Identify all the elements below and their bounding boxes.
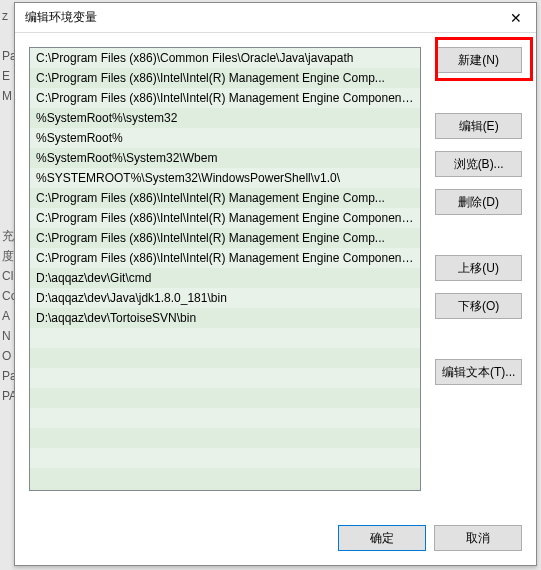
list-item[interactable]: %SystemRoot% (30, 128, 420, 148)
list-item[interactable]: D:\aqqaz\dev\Java\jdk1.8.0_181\bin (30, 288, 420, 308)
side-buttons: 新建(N) 编辑(E) 浏览(B)... 删除(D) 上移(U) 下移(O) 编… (435, 47, 522, 511)
browse-button[interactable]: 浏览(B)... (435, 151, 522, 177)
list-item[interactable]: C:\Program Files (x86)\Intel\Intel(R) Ma… (30, 68, 420, 88)
list-item-empty[interactable] (30, 388, 420, 408)
dialog-content: C:\Program Files (x86)\Common Files\Orac… (15, 33, 536, 565)
list-item[interactable]: C:\Program Files (x86)\Intel\Intel(R) Ma… (30, 208, 420, 228)
list-item[interactable]: C:\Program Files (x86)\Intel\Intel(R) Ma… (30, 188, 420, 208)
list-item[interactable]: C:\Program Files (x86)\Intel\Intel(R) Ma… (30, 248, 420, 268)
edit-text-button[interactable]: 编辑文本(T)... (435, 359, 522, 385)
close-button[interactable]: ✕ (496, 3, 536, 33)
list-item-empty[interactable] (30, 448, 420, 468)
new-button[interactable]: 新建(N) (435, 47, 522, 73)
list-item-empty[interactable] (30, 328, 420, 348)
list-item-empty[interactable] (30, 428, 420, 448)
move-up-button[interactable]: 上移(U) (435, 255, 522, 281)
list-item[interactable]: %SYSTEMROOT%\System32\WindowsPowerShell\… (30, 168, 420, 188)
delete-button[interactable]: 删除(D) (435, 189, 522, 215)
main-row: C:\Program Files (x86)\Common Files\Orac… (29, 47, 522, 511)
list-item-empty[interactable] (30, 348, 420, 368)
list-item[interactable]: C:\Program Files (x86)\Intel\Intel(R) Ma… (30, 88, 420, 108)
list-item[interactable]: %SystemRoot%\System32\Wbem (30, 148, 420, 168)
list-item-empty[interactable] (30, 408, 420, 428)
list-item[interactable]: C:\Program Files (x86)\Intel\Intel(R) Ma… (30, 228, 420, 248)
list-item[interactable]: %SystemRoot%\system32 (30, 108, 420, 128)
edit-env-var-dialog: 编辑环境变量 ✕ C:\Program Files (x86)\Common F… (14, 2, 537, 566)
dialog-title: 编辑环境变量 (25, 9, 97, 26)
edit-button[interactable]: 编辑(E) (435, 113, 522, 139)
path-listbox[interactable]: C:\Program Files (x86)\Common Files\Orac… (29, 47, 421, 491)
ok-button[interactable]: 确定 (338, 525, 426, 551)
bottom-row: 确定 取消 (29, 525, 522, 551)
close-icon: ✕ (510, 10, 522, 26)
list-item-empty[interactable] (30, 468, 420, 488)
titlebar: 编辑环境变量 ✕ (15, 3, 536, 33)
move-down-button[interactable]: 下移(O) (435, 293, 522, 319)
list-item[interactable]: D:\aqqaz\dev\TortoiseSVN\bin (30, 308, 420, 328)
list-item[interactable]: D:\aqqaz\dev\Git\cmd (30, 268, 420, 288)
list-item-empty[interactable] (30, 368, 420, 388)
cancel-button[interactable]: 取消 (434, 525, 522, 551)
list-item[interactable]: C:\Program Files (x86)\Common Files\Orac… (30, 48, 420, 68)
